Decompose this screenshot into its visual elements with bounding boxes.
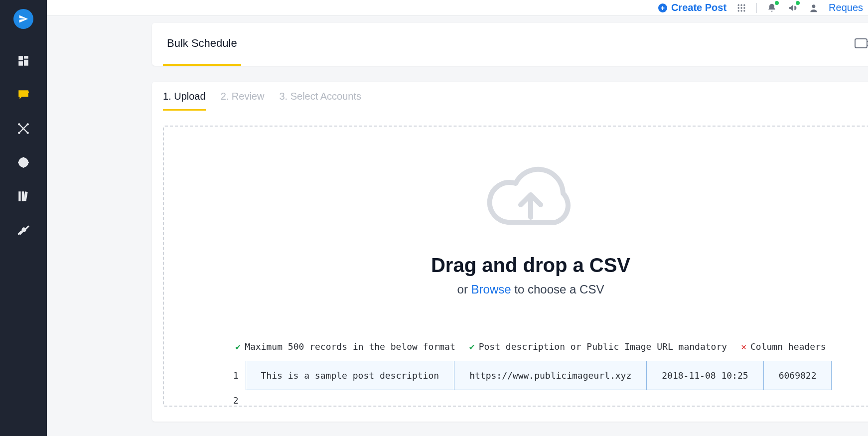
cross-icon: ✕ xyxy=(741,341,746,352)
content-area: Bulk Schedule ? 1. Upload 2. Review 3. S… xyxy=(47,16,868,436)
dropzone-sub-prefix: or xyxy=(457,283,471,296)
app-logo-icon[interactable] xyxy=(13,9,33,29)
target-icon[interactable] xyxy=(16,155,30,169)
rule-max-records: ✔ Maximum 500 records in the below forma… xyxy=(235,341,455,352)
connections-icon[interactable] xyxy=(16,122,30,136)
dropzone-subtitle: or Browse to choose a CSV xyxy=(457,283,604,296)
row-number: 1 xyxy=(230,370,239,381)
dropzone-sub-suffix: to choose a CSV xyxy=(511,283,604,296)
svg-point-21 xyxy=(743,10,745,11)
cloud-upload-icon xyxy=(481,162,580,239)
video-help-icon[interactable] xyxy=(855,37,868,51)
rule-text: Post description or Public Image URL man… xyxy=(479,341,727,352)
cell-id: 6069822 xyxy=(764,361,832,390)
dropzone-title: Drag and drop a CSV xyxy=(431,254,630,277)
topbar: + Create Post Reques xyxy=(47,0,868,16)
rule-column-headers: ✕ Column headers xyxy=(741,341,826,352)
svg-point-20 xyxy=(740,10,742,11)
svg-point-18 xyxy=(743,7,745,8)
cell-description: This is a sample post description xyxy=(246,361,455,390)
announcements-icon[interactable] xyxy=(787,2,799,14)
steps-nav: 1. Upload 2. Review 3. Select Accounts xyxy=(152,82,868,111)
create-post-label: Create Post xyxy=(671,2,726,13)
svg-point-19 xyxy=(738,10,739,11)
svg-rect-2 xyxy=(18,61,23,66)
step-review[interactable]: 2. Review xyxy=(221,91,265,111)
rule-text: Maximum 500 records in the below format xyxy=(245,341,455,352)
main-card: 1. Upload 2. Review 3. Select Accounts D… xyxy=(152,82,868,422)
announcement-dot-icon xyxy=(796,1,800,5)
cell-image-url: https://www.publicimageurl.xyz xyxy=(454,361,647,390)
notification-dot-icon xyxy=(775,1,779,5)
svg-point-15 xyxy=(743,4,745,5)
step-upload[interactable]: 1. Upload xyxy=(163,91,206,111)
svg-rect-1 xyxy=(24,56,28,58)
svg-point-17 xyxy=(740,7,742,8)
tools-icon[interactable] xyxy=(16,223,30,237)
svg-rect-3 xyxy=(24,60,28,66)
rule-text: Column headers xyxy=(750,341,826,352)
table-row: 1 This is a sample post description http… xyxy=(230,361,832,390)
row-cells: This is a sample post description https:… xyxy=(246,361,832,390)
format-rules: ✔ Maximum 500 records in the below forma… xyxy=(235,341,826,352)
svg-rect-11 xyxy=(18,191,20,201)
svg-rect-0 xyxy=(18,56,23,60)
csv-dropzone[interactable]: Drag and drop a CSV or Browse to choose … xyxy=(163,126,868,407)
svg-point-16 xyxy=(738,7,739,8)
svg-point-10 xyxy=(19,158,27,166)
request-link[interactable]: Reques xyxy=(829,2,863,13)
browse-link[interactable]: Browse xyxy=(471,283,511,296)
library-icon[interactable] xyxy=(16,189,30,203)
topbar-divider xyxy=(756,3,757,13)
plus-circle-icon: + xyxy=(658,3,667,12)
dashboard-icon[interactable] xyxy=(16,54,30,68)
svg-point-13 xyxy=(738,4,739,5)
sample-table: 1 This is a sample post description http… xyxy=(230,361,832,406)
cell-datetime: 2018-11-08 10:25 xyxy=(647,361,763,390)
svg-rect-4 xyxy=(27,92,29,93)
notifications-icon[interactable] xyxy=(766,2,778,14)
page-header-card: Bulk Schedule ? xyxy=(152,23,868,66)
table-row: 2 xyxy=(230,395,832,406)
check-icon: ✔ xyxy=(235,341,241,352)
tab-bulk-schedule[interactable]: Bulk Schedule xyxy=(163,23,241,66)
row-number: 2 xyxy=(230,395,239,406)
profile-icon[interactable] xyxy=(808,2,820,14)
sidebar xyxy=(0,0,47,436)
svg-point-22 xyxy=(812,4,816,8)
create-post-button[interactable]: + Create Post xyxy=(658,2,726,13)
svg-rect-23 xyxy=(855,39,867,48)
rule-mandatory-fields: ✔ Post description or Public Image URL m… xyxy=(469,341,727,352)
svg-point-14 xyxy=(740,4,742,5)
step-select-accounts[interactable]: 3. Select Accounts xyxy=(279,91,361,111)
posts-icon[interactable] xyxy=(16,88,30,102)
apps-grid-icon[interactable] xyxy=(735,2,747,14)
check-icon: ✔ xyxy=(469,341,475,352)
